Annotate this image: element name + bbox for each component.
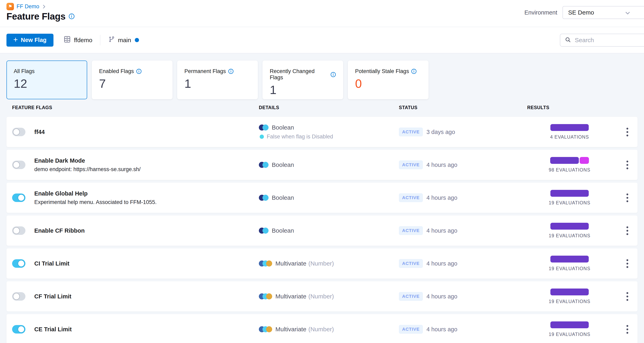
summary-card-recently-changed-flags[interactable]: Recently Changed Flags1 (262, 60, 343, 99)
new-flag-button[interactable]: + New Flag (6, 34, 54, 46)
kebab-dot (626, 263, 628, 264)
updated-time: 4 hours ago (426, 293, 458, 300)
kebab-dot (626, 266, 628, 268)
flag-details-cell: BooleanFalse when flag is Disabled (259, 124, 399, 140)
column-header-details: DETAILS (259, 105, 399, 110)
status-badge: ACTIVE (399, 193, 423, 202)
search-box[interactable] (560, 34, 644, 46)
row-menu-button[interactable] (624, 158, 630, 171)
kebab-dot (626, 164, 628, 166)
flag-description: Experimental help menu. Associated to FF… (34, 199, 259, 206)
flag-toggle[interactable] (12, 226, 26, 235)
evaluations-bar-segment (550, 288, 589, 296)
breadcrumb-project-link[interactable]: FF Demo (16, 4, 39, 10)
evaluations-bar (550, 190, 589, 197)
flag-toggle[interactable] (12, 160, 26, 169)
flag-row-cf-trial-limit[interactable]: CF Trial LimitMultivariate(Number)ACTIVE… (6, 281, 638, 312)
flag-toggle[interactable] (12, 128, 26, 136)
row-menu-cell (612, 158, 632, 171)
flag-type-line: Boolean (259, 194, 399, 201)
flag-details-cell: Boolean (259, 162, 399, 168)
row-menu-button[interactable] (624, 192, 630, 204)
row-menu-cell (612, 257, 632, 270)
info-icon[interactable] (136, 68, 142, 74)
flag-results-cell: 4 EVALUATIONS (527, 124, 612, 140)
flag-toggle[interactable] (12, 325, 26, 334)
flag-toggle-cell (12, 194, 34, 202)
chevron-down-icon (624, 10, 631, 18)
info-icon[interactable] (228, 68, 234, 74)
flag-row-enable-dark-mode[interactable]: Enable Dark Modedemo endpoint: https://h… (6, 150, 638, 180)
flag-status-cell: ACTIVE4 hours ago (399, 325, 527, 334)
kebab-dot (626, 134, 628, 136)
flag-row-enable-cf-ribbon[interactable]: Enable CF RibbonBooleanACTIVE4 hours ago… (6, 216, 638, 246)
kebab-dot (626, 230, 628, 232)
flag-row-enable-global-help[interactable]: Enable Global HelpExperimental help menu… (6, 182, 638, 213)
flag-name-cell: Enable Dark Modedemo endpoint: https://h… (34, 158, 259, 172)
toggle-knob (13, 128, 20, 136)
row-menu-cell (612, 126, 632, 138)
summary-card-label-row: Enabled Flags (99, 68, 165, 74)
flag-toggle-cell (12, 128, 34, 136)
kebab-dot (626, 197, 628, 199)
flag-name-cell: Enable CF Ribbon (34, 228, 259, 234)
flag-row-ff44[interactable]: ff44BooleanFalse when flag is DisabledAC… (6, 117, 638, 147)
environment-select[interactable]: SE Demo (562, 6, 644, 19)
summary-card-label-row: Potentially Stale Flags (355, 68, 421, 74)
flag-name-cell: Enable Global HelpExperimental help menu… (34, 190, 259, 206)
row-menu-cell (612, 323, 632, 336)
summary-card-value: 12 (14, 78, 80, 90)
flag-type-label: Boolean (272, 162, 294, 168)
updated-time: 4 hours ago (426, 194, 458, 201)
repository-selector[interactable]: ffdemo (63, 35, 92, 45)
row-menu-button[interactable] (624, 126, 630, 138)
info-icon[interactable] (68, 13, 75, 19)
row-menu-button[interactable] (624, 323, 630, 336)
flag-toggle[interactable] (12, 194, 26, 202)
flag-type-label: Multivariate (276, 260, 306, 267)
variation-dot (260, 134, 264, 139)
variation-bubble (262, 124, 268, 130)
info-icon[interactable] (411, 68, 416, 74)
row-menu-button[interactable] (624, 257, 630, 270)
flag-type-note: (Number) (308, 260, 334, 267)
flag-type-line: Multivariate(Number) (259, 326, 399, 333)
toolbar: + New Flag ffdemo main (0, 27, 644, 53)
updated-time: 4 hours ago (426, 228, 458, 234)
summary-card-label: All Flags (14, 68, 35, 74)
summary-card-all-flags[interactable]: All Flags12 (6, 60, 87, 99)
summary-card-permanent-flags[interactable]: Permanent Flags1 (177, 60, 258, 99)
flag-row-ce-trial-limit[interactable]: CE Trial LimitMultivariate(Number)ACTIVE… (6, 314, 638, 343)
summary-card-potentially-stale-flags[interactable]: Potentially Stale Flags0 (348, 60, 428, 99)
flag-toggle[interactable] (12, 292, 26, 301)
flag-name-cell: CI Trial Limit (34, 260, 259, 267)
summary-card-label: Recently Changed Flags (270, 68, 328, 81)
summary-card-value: 1 (270, 84, 336, 96)
branch-selector[interactable]: main (108, 36, 139, 44)
branch-name: main (118, 37, 131, 44)
flag-row-ci-trial-limit[interactable]: CI Trial LimitMultivariate(Number)ACTIVE… (6, 248, 638, 279)
flag-toggle[interactable] (12, 259, 26, 268)
evaluations-wrap: 19 EVALUATIONS (527, 288, 612, 304)
kebab-dot (626, 131, 628, 133)
kebab-dot (626, 292, 628, 294)
evaluations-bar-segment (550, 322, 589, 328)
breadcrumb[interactable]: ⚑ FF Demo (6, 3, 46, 10)
summary-card-label: Permanent Flags (184, 68, 226, 74)
evaluations-bar (550, 322, 589, 328)
row-menu-button[interactable] (624, 290, 630, 303)
info-icon[interactable] (330, 72, 336, 77)
flag-name: ff44 (34, 129, 259, 136)
flag-type-label: Boolean (272, 124, 294, 131)
plus-icon: + (13, 36, 18, 44)
flag-name-cell: ff44 (34, 129, 259, 136)
evaluations-bar (550, 256, 589, 262)
search-input[interactable] (574, 36, 635, 44)
repository-icon (63, 35, 71, 45)
boolean-icon (259, 124, 268, 130)
row-menu-button[interactable] (624, 224, 630, 237)
environment-value: SE Demo (568, 9, 594, 16)
flag-details-cell: Boolean (259, 194, 399, 201)
summary-card-enabled-flags[interactable]: Enabled Flags7 (92, 60, 172, 99)
flag-results-cell: 19 EVALUATIONS (527, 190, 612, 206)
